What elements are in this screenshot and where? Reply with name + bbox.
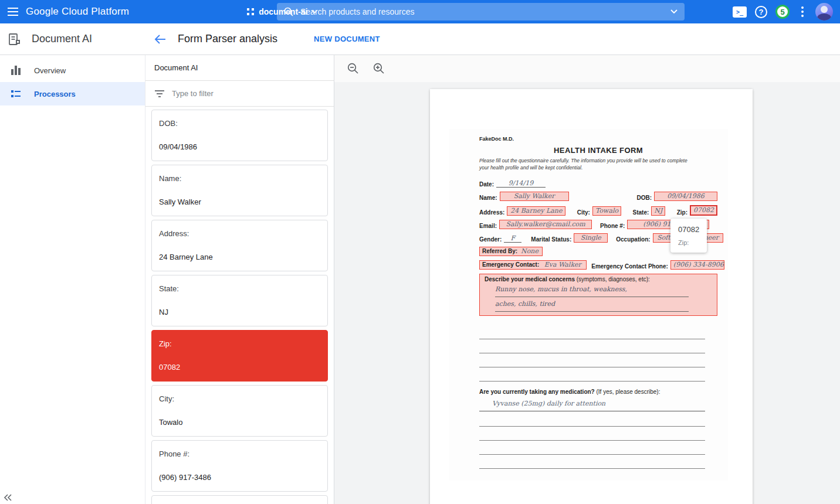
back-arrow-icon[interactable]	[154, 35, 166, 44]
form-row-address: Address: 24 Barney Lane City: Towalo Sta…	[479, 205, 717, 216]
trial-days-badge[interactable]: 5	[775, 5, 790, 19]
form-concerns-line1: Runny nose, mucus in throat, weakness,	[495, 282, 689, 297]
field-card-name[interactable]: Name: Sally Walker	[151, 165, 328, 216]
form-clinic-name: FakeDoc M.D.	[479, 136, 717, 142]
doc-highlight-emergency-phone[interactable]: (906) 334-8906	[670, 260, 724, 270]
form-occupation-label: Occupation:	[616, 236, 650, 243]
form-title: HEALTH INTAKE FORM	[479, 146, 717, 155]
form-medication-answer: Vyvanse (25mg) daily for attention	[479, 396, 705, 411]
viewer-toolbar	[334, 55, 840, 82]
field-card-phone[interactable]: Phone #: (906) 917-3486	[151, 440, 328, 492]
viewer-canvas: FakeDoc M.D. HEALTH INTAKE FORM Please f…	[334, 82, 840, 504]
doc-highlight-zip[interactable]: 07082	[690, 205, 717, 216]
gcp-top-bar: Google Cloud Platform document-ai >_ ? 5	[0, 0, 840, 23]
doc-highlight-name[interactable]: Sally Walker	[500, 192, 569, 201]
form-dob-label: DOB:	[636, 195, 652, 201]
doc-highlight-dob[interactable]: 09/04/1986	[654, 192, 717, 201]
form-blank-line	[479, 455, 705, 469]
new-document-button[interactable]: NEW DOCUMENT	[314, 35, 380, 43]
header-actions: >_ ? 5	[733, 0, 836, 23]
entity-tooltip: 07082 Zip:	[670, 219, 707, 253]
doc-highlight-concerns[interactable]: Describe your medical concerns (symptoms…	[479, 274, 717, 316]
project-icon	[246, 8, 255, 16]
gcp-brand[interactable]: Google Cloud Platform	[26, 6, 129, 18]
app-header: Document AI Form Parser analysis NEW DOC…	[0, 23, 840, 55]
doc-highlight-state[interactable]: NJ	[651, 206, 665, 216]
form-zip-label: Zip:	[677, 209, 687, 216]
field-card-partial[interactable]	[151, 495, 328, 504]
field-label: Name:	[159, 174, 320, 183]
fields-panel: Document AI DOB: 09/04/1986 Name: Sally …	[145, 55, 334, 504]
form-blank-line	[479, 427, 705, 441]
sidebar-item-label: Processors	[34, 90, 76, 98]
field-label: State:	[159, 284, 320, 293]
product-block: Document AI	[0, 32, 145, 46]
overview-icon	[11, 65, 21, 76]
field-card-address[interactable]: Address: 24 Barney Lane	[151, 220, 328, 271]
form-marital-label: Marital Status:	[531, 236, 571, 243]
collapse-sidebar-icon[interactable]	[4, 493, 13, 502]
search-input[interactable]	[300, 7, 663, 16]
field-value: Sally Walker	[159, 197, 320, 206]
form-row-name-dob: Name: Sally Walker DOB: 09/04/1986	[479, 192, 717, 201]
form-date-value: 9/14/19	[496, 179, 546, 188]
doc-highlight-emergency-contact[interactable]: Emergency Contact:Eva Walker	[479, 260, 587, 270]
form-blank-line	[479, 325, 705, 339]
search-bar[interactable]	[277, 3, 685, 21]
search-icon	[284, 7, 293, 16]
product-title: Document AI	[32, 33, 92, 45]
field-value: Towalo	[159, 418, 320, 427]
doc-highlight-marital[interactable]: Single	[574, 233, 608, 243]
form-state-label: State:	[632, 209, 649, 216]
form-name-label: Name:	[479, 195, 497, 201]
menu-icon[interactable]	[0, 0, 26, 23]
filter-row	[145, 81, 334, 107]
cloud-shell-icon[interactable]: >_	[733, 6, 747, 18]
zoom-in-icon[interactable]	[372, 62, 386, 76]
zoom-out-icon[interactable]	[346, 62, 360, 76]
tooltip-value: 07082	[678, 225, 699, 234]
panel-title: Document AI	[145, 55, 334, 81]
more-options-icon[interactable]	[798, 4, 807, 19]
filter-icon	[155, 90, 164, 97]
field-label: City:	[159, 394, 320, 403]
help-icon[interactable]: ?	[755, 6, 767, 18]
processors-icon	[11, 88, 21, 99]
sidebar-item-label: Overview	[34, 66, 66, 75]
form-city-label: City:	[577, 209, 590, 216]
field-label: DOB:	[159, 119, 320, 128]
form-concerns-label: Describe your medical concerns	[485, 276, 575, 282]
sidebar: Overview Processors	[0, 55, 145, 504]
doc-highlight-city[interactable]: Towalo	[592, 206, 621, 216]
doc-highlight-email[interactable]: Sally.walker@cmail.com	[499, 220, 592, 229]
field-label: Address:	[159, 229, 320, 238]
field-card-dob[interactable]: DOB: 09/04/1986	[151, 110, 328, 161]
page-title: Form Parser analysis	[178, 33, 277, 45]
doc-highlight-referred[interactable]: Referred By:None	[479, 247, 543, 256]
field-value: 24 Barney Lane	[159, 253, 320, 261]
form-blank-line	[479, 353, 705, 367]
document-page[interactable]: FakeDoc M.D. HEALTH INTAKE FORM Please f…	[430, 89, 753, 504]
field-card-state[interactable]: State: NJ	[151, 275, 328, 326]
form-address-label: Address:	[479, 209, 504, 216]
form-blank-line	[479, 413, 705, 427]
scanned-form: FakeDoc M.D. HEALTH INTAKE FORM Please f…	[449, 129, 728, 481]
field-value: 07082	[159, 363, 320, 372]
filter-input[interactable]	[172, 89, 334, 98]
form-row-date: Date: 9/14/19	[479, 179, 717, 188]
form-blank-line	[479, 367, 705, 382]
form-instructions: Please fill out the questionnaire carefu…	[479, 158, 717, 172]
field-card-zip[interactable]: Zip: 07082	[151, 330, 328, 382]
field-card-city[interactable]: City: Towalo	[151, 385, 328, 437]
document-viewer: FakeDoc M.D. HEALTH INTAKE FORM Please f…	[334, 55, 840, 504]
doc-highlight-address[interactable]: 24 Barney Lane	[507, 206, 565, 216]
field-label: Zip:	[159, 339, 320, 348]
tooltip-label: Zip:	[678, 239, 699, 246]
field-card-list: DOB: 09/04/1986 Name: Sally Walker Addre…	[145, 107, 334, 504]
sidebar-item-overview[interactable]: Overview	[0, 59, 145, 82]
document-ai-icon	[7, 32, 21, 46]
search-expand-chevron-icon[interactable]	[670, 9, 678, 14]
sidebar-item-processors[interactable]: Processors	[0, 82, 145, 105]
user-avatar[interactable]	[815, 3, 833, 21]
form-gender-value: F	[504, 234, 521, 243]
